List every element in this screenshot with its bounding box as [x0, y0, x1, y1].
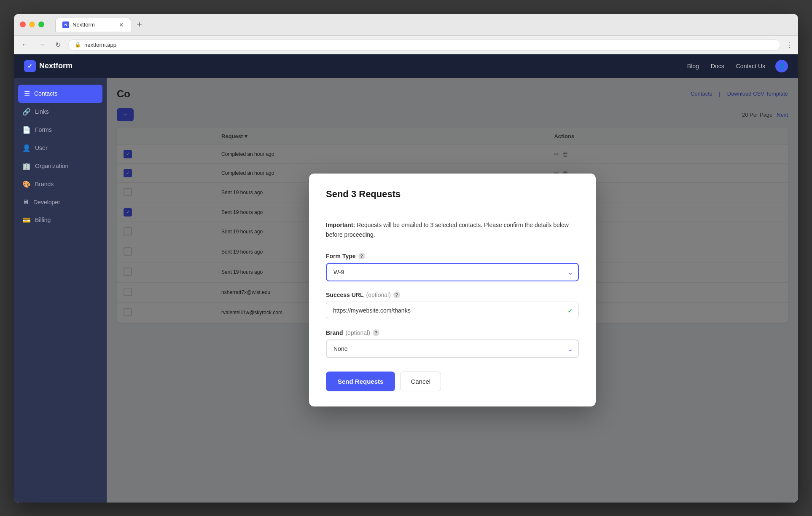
modal-dialog: Send 3 Requests Important: Requests will… [309, 174, 596, 406]
modal-notice-strong: Important: [326, 222, 355, 228]
success-url-group: Success URL (optional) ? ✓ [326, 291, 579, 319]
browser-titlebar: N Nextform ✕ + [14, 14, 798, 36]
forms-icon: 📄 [22, 126, 31, 134]
page-content: Co Contacts | Download CSV Template + 20… [107, 78, 798, 503]
tab-close-button[interactable]: ✕ [119, 21, 124, 28]
brand-select[interactable]: None [326, 340, 579, 358]
billing-icon: 💳 [22, 216, 31, 224]
browser-tabs: N Nextform ✕ + [55, 18, 145, 32]
sidebar-label-brands: Brands [35, 181, 54, 187]
address-bar[interactable]: 🔒 nextform.app [68, 39, 780, 51]
browser-window: N Nextform ✕ + ← → ↻ 🔒 nextform.app ⋮ ✓ … [14, 14, 798, 503]
form-type-label: Form Type ? [326, 253, 579, 259]
form-type-help[interactable]: ? [358, 253, 365, 259]
back-button[interactable]: ← [19, 40, 31, 49]
cancel-button[interactable]: Cancel [400, 372, 441, 391]
links-icon: 🔗 [22, 108, 31, 116]
tab-title: Nextform [73, 21, 95, 28]
lock-icon: 🔒 [75, 42, 81, 48]
sidebar: ☰ Contacts 🔗 Links 📄 Forms 👤 User 🏢 [14, 78, 107, 503]
brand-help[interactable]: ? [373, 329, 379, 336]
close-dot[interactable] [20, 21, 26, 27]
org-icon: 🏢 [22, 162, 31, 170]
form-type-select-wrapper: W-9 W-8BEN 1099 ⌄ [326, 263, 579, 281]
send-requests-button[interactable]: Send Requests [326, 372, 395, 391]
success-url-input[interactable] [326, 302, 579, 319]
app-content: ✓ Nextform Blog Docs Contact Us 👤 ☰ Cont… [14, 54, 798, 503]
user-icon: 👤 [22, 144, 31, 152]
modal-notice: Important: Requests will be emailed to 3… [326, 220, 579, 239]
success-url-input-wrapper: ✓ [326, 302, 579, 319]
tab-favicon: N [62, 21, 69, 28]
new-tab-button[interactable]: + [134, 20, 145, 29]
form-type-select[interactable]: W-9 W-8BEN 1099 [326, 263, 579, 281]
nav-docs[interactable]: Docs [711, 63, 724, 70]
sidebar-label-forms: Forms [35, 126, 52, 133]
topnav-links: Blog Docs Contact Us [687, 63, 765, 70]
app-body: ☰ Contacts 🔗 Links 📄 Forms 👤 User 🏢 [14, 78, 798, 503]
brands-icon: 🎨 [22, 180, 31, 188]
minimize-dot[interactable] [29, 21, 35, 27]
brand-select-wrapper: None ⌄ [326, 340, 579, 358]
brand-group: Brand (optional) ? None ⌄ [326, 329, 579, 358]
browser-addressbar: ← → ↻ 🔒 nextform.app ⋮ [14, 36, 798, 54]
modal-actions: Send Requests Cancel [326, 372, 579, 391]
reload-button[interactable]: ↻ [53, 40, 63, 50]
url-text: nextform.app [84, 42, 116, 48]
sidebar-label-contacts: Contacts [34, 90, 57, 97]
maximize-dot[interactable] [38, 21, 44, 27]
brand-label: Brand (optional) ? [326, 329, 579, 336]
success-url-label: Success URL (optional) ? [326, 291, 579, 298]
contacts-icon: ☰ [24, 90, 30, 98]
browser-dots [20, 21, 44, 27]
success-url-help[interactable]: ? [393, 291, 400, 298]
brand-logo: ✓ Nextform [24, 60, 73, 72]
modal-notice-text: Requests will be emailed to 3 selected c… [326, 222, 569, 238]
modal-title: Send 3 Requests [326, 189, 579, 200]
user-avatar[interactable]: 👤 [775, 60, 788, 72]
success-url-check-icon: ✓ [567, 306, 573, 314]
sidebar-label-links: Links [35, 108, 49, 115]
sidebar-label-billing: Billing [35, 217, 51, 223]
sidebar-item-organization[interactable]: 🏢 Organization [14, 157, 107, 175]
modal-divider [326, 210, 579, 210]
sidebar-item-user[interactable]: 👤 User [14, 139, 107, 157]
sidebar-label-dev: Developer [33, 199, 60, 206]
forward-button[interactable]: → [36, 40, 48, 49]
nav-blog[interactable]: Blog [687, 63, 699, 70]
sidebar-label-org: Organization [35, 163, 68, 169]
sidebar-item-forms[interactable]: 📄 Forms [14, 121, 107, 139]
browser-menu-button[interactable]: ⋮ [785, 40, 793, 49]
dev-icon: 🖥 [22, 198, 29, 206]
form-type-group: Form Type ? W-9 W-8BEN 1099 ⌄ [326, 253, 579, 281]
sidebar-item-brands[interactable]: 🎨 Brands [14, 175, 107, 193]
logo-icon: ✓ [24, 60, 36, 72]
nav-contact[interactable]: Contact Us [736, 63, 765, 70]
sidebar-item-contacts[interactable]: ☰ Contacts [18, 85, 102, 103]
sidebar-label-user: User [35, 144, 48, 151]
brand-name: Nextform [39, 61, 73, 70]
browser-tab[interactable]: N Nextform ✕ [55, 18, 131, 32]
modal-overlay: Send 3 Requests Important: Requests will… [107, 78, 798, 503]
sidebar-item-billing[interactable]: 💳 Billing [14, 211, 107, 229]
sidebar-item-links[interactable]: 🔗 Links [14, 103, 107, 121]
app-topnav: ✓ Nextform Blog Docs Contact Us 👤 [14, 54, 798, 78]
sidebar-item-developer[interactable]: 🖥 Developer [14, 193, 107, 211]
